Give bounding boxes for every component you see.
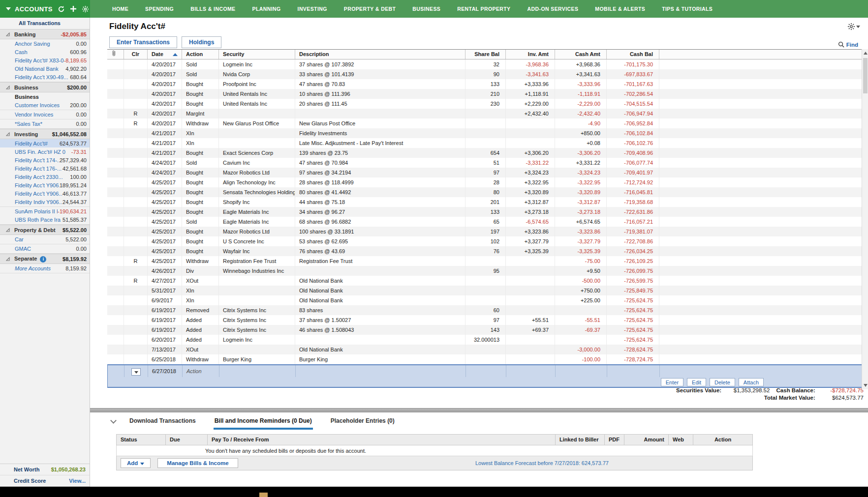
transaction-row[interactable]: 4/20/2017BoughtProofpoint Inc47 shares @…: [107, 79, 864, 89]
section-collapse-icon[interactable]: [6, 228, 10, 232]
nav-item-property-debt[interactable]: PROPERTY & DEBT: [336, 6, 404, 12]
transaction-row[interactable]: 4/21/2017XInLate Misc. Adjkustment - Lat…: [107, 138, 864, 148]
sidebar-item-fidelity-acc-t[interactable]: Fidelity Acc't#624,573.77: [0, 139, 90, 147]
transaction-row[interactable]: 6/19/2017AddedCitrix Systems Inc46 share…: [107, 325, 864, 335]
lowest-balance-forecast-link[interactable]: Lowest Balance Forecast before 7/27/2018…: [475, 460, 609, 466]
transaction-row[interactable]: 4/26/2017DivWinnebago Industries Inc95+9…: [107, 266, 864, 276]
tab-placeholder-entries-0[interactable]: Placeholder Entries (0): [330, 413, 396, 430]
taskbar-item[interactable]: [259, 493, 268, 497]
transaction-row[interactable]: 4/25/2017BoughtEagle Materials Inc34 sha…: [107, 207, 864, 217]
transaction-row[interactable]: R4/27/2017XOutOld National Bank-500.00-7…: [107, 276, 864, 286]
delete-button[interactable]: Delete: [710, 378, 735, 386]
sidebar-item-vendor-invoices[interactable]: Vendor Invoices0.00: [0, 110, 90, 119]
sidebar-item-business[interactable]: Business: [0, 92, 90, 101]
sidebar-item-fidelity-acc-t-174[interactable]: Fidelity Acc't 174-...257,329.40: [0, 156, 90, 164]
sidebar-item-fidelity-acc-t-y906[interactable]: Fidelity Acc't Y906...46,613.77: [0, 189, 90, 198]
action-column-header[interactable]: Action: [182, 50, 219, 59]
refresh-icon[interactable]: [58, 5, 65, 13]
clr-dropdown[interactable]: [131, 368, 141, 376]
section-collapse-icon[interactable]: [6, 132, 10, 136]
sidebar-item-fidelity-acc-t-2330[interactable]: Fidelity Acc't 2330...100.00: [0, 173, 90, 181]
sidebar-item-cash[interactable]: Cash600.96: [0, 48, 90, 56]
linked-biller-column-header[interactable]: Linked to Biller: [556, 435, 605, 445]
transaction-row[interactable]: 4/25/2017BoughtU S Concrete Inc53 shares…: [107, 236, 864, 246]
pdf-column-header[interactable]: PDF: [605, 435, 624, 445]
sidebar-item-old-national-bank[interactable]: Old National Bank4,902.20: [0, 64, 90, 73]
new-action-cell[interactable]: Action: [183, 365, 219, 377]
accounts-dropdown-icon[interactable]: [6, 7, 11, 10]
nav-item-business[interactable]: BUSINESS: [404, 6, 449, 12]
accounts-bar[interactable]: ACCOUNTS: [0, 0, 90, 18]
description-column-header[interactable]: Description: [295, 50, 465, 59]
clr-column-header[interactable]: Clr: [124, 50, 148, 59]
tab-download-transactions[interactable]: Download Transactions: [128, 413, 197, 430]
sidebar-item-ubs-fin-acc-t-hz-0[interactable]: UBS Fin. Acc't# HZ 0-73.31: [0, 147, 90, 156]
sidebar-item-fidelity-acc-t-176[interactable]: Fidelity Acc't 176-...42,561.68: [0, 164, 90, 173]
transaction-row[interactable]: 4/25/2017BoughtSensata Technologies Hold…: [107, 187, 864, 197]
transaction-row[interactable]: 6/19/2017AddedCitrix Systems Inc37 share…: [107, 315, 864, 325]
status-column-header[interactable]: Status: [117, 435, 166, 445]
nav-item-investing[interactable]: INVESTING: [289, 6, 336, 12]
net-worth-row[interactable]: Net Worth $1,050,268.23: [0, 464, 90, 475]
sidebar-item-customer-invoices[interactable]: Customer Invoices200.00: [0, 101, 90, 110]
vertical-scrollbar[interactable]: [862, 49, 868, 389]
sidebar-item-ubs-roth-pace-ira[interactable]: UBS Roth Pace Ira ...51,585.37: [0, 215, 90, 225]
transaction-row[interactable]: 6/9/2017XInOld National Bank+225.00-725,…: [107, 295, 864, 305]
sidebar-item-sales-tax[interactable]: *Sales Tax*0.00: [0, 119, 90, 129]
due-column-header[interactable]: Due: [166, 435, 208, 445]
web-column-header[interactable]: Web: [669, 435, 693, 445]
sidebar-item-fidelity-acc-t-y906[interactable]: Fidelity Acc't Y906...189,951.24: [0, 181, 90, 189]
transaction-row[interactable]: 4/20/2017SoldLogmein Inc37 shares @ 107.…: [107, 59, 864, 69]
new-date-cell[interactable]: 6/27/2018: [148, 365, 183, 377]
add-bill-button[interactable]: Add: [121, 458, 151, 468]
transaction-row[interactable]: 4/21/2017BoughtExact Sciences Corp139 sh…: [107, 148, 864, 158]
transaction-row[interactable]: 7/13/2017XOutOld National Bank-3,000.00-…: [107, 345, 864, 354]
nav-item-rental-property[interactable]: RENTAL PROPERTY: [449, 6, 519, 12]
section-collapse-icon[interactable]: [6, 257, 10, 261]
transaction-row[interactable]: 4/25/2017BoughtWayfair Inc76 shares @ 43…: [107, 246, 864, 256]
tab-bill-and-income-reminders-0-due[interactable]: Bill and Income Reminders (0 Due): [214, 413, 313, 430]
sidebar-section-investing[interactable]: Investing$1,046,552.08: [0, 129, 90, 139]
nav-item-tips-tutorials[interactable]: TIPS & TUTORIALS: [653, 6, 721, 12]
transaction-row[interactable]: R4/20/2017MargInt+2,432.40-2,432.40-706,…: [107, 109, 864, 118]
enter-transactions-button[interactable]: Enter Transactions: [109, 36, 177, 48]
amount-column-header[interactable]: Amount: [624, 435, 669, 445]
manage-bills-button[interactable]: Manage Bills & Income: [157, 458, 238, 468]
transaction-row[interactable]: 4/24/2017BoughtMazor Robotics Ltd97 shar…: [107, 168, 864, 177]
nav-item-add-on-services[interactable]: ADD-ON SERVICES: [519, 6, 587, 12]
sidebar-section-separate[interactable]: Separatei$8,159.92: [0, 254, 90, 264]
add-account-icon[interactable]: [70, 5, 77, 12]
transaction-row[interactable]: 4/20/2017BoughtUnited Rentals Inc10 shar…: [107, 89, 864, 99]
inv-amt-column-header[interactable]: Inv. Amt: [506, 50, 555, 59]
panel-splitter[interactable]: [90, 408, 868, 412]
nav-item-home[interactable]: HOME: [104, 6, 137, 12]
accounts-settings-icon[interactable]: [82, 5, 89, 13]
security-column-header[interactable]: Security: [219, 50, 295, 59]
scroll-up-icon[interactable]: [864, 52, 868, 55]
edit-button[interactable]: Edit: [687, 378, 706, 386]
sidebar-item-fidelity-indiv-y906[interactable]: Fidelity Indiv Y906...24,544.37: [0, 198, 90, 207]
section-collapse-icon[interactable]: [6, 86, 10, 89]
transaction-row[interactable]: 5/31/2017XInOld National Bank+750.00-725…: [107, 286, 864, 295]
nav-item-mobile-alerts[interactable]: MOBILE & ALERTS: [587, 6, 653, 12]
attach-button[interactable]: Attach: [739, 378, 764, 386]
scroll-down-icon[interactable]: [864, 384, 868, 387]
payto-column-header[interactable]: Pay To / Receive From: [208, 435, 556, 445]
register-settings-icon[interactable]: [847, 23, 860, 30]
attachment-column-header[interactable]: [107, 50, 124, 59]
transaction-row[interactable]: 4/25/2017BoughtShopify Inc44 shares @ 75…: [107, 197, 864, 207]
holdings-button[interactable]: Holdings: [182, 36, 221, 48]
transaction-row[interactable]: 6/20/2017AddedLogmein Inc32.000013-725,6…: [107, 335, 864, 345]
action-column-header-bills[interactable]: Action: [693, 435, 752, 445]
transaction-row[interactable]: 4/21/2017XInFidelity Investments+850.00-…: [107, 128, 864, 138]
sidebar-item-anchor-saving[interactable]: Anchor Saving0.00: [0, 39, 90, 48]
transaction-row[interactable]: R4/20/2017WithdrawNew Glarus Post Office…: [107, 118, 864, 128]
transaction-row[interactable]: 6/25/2018WithdrawBurger KingBurger King-…: [107, 354, 864, 364]
transaction-row[interactable]: 4/25/2017BoughtAlign Techonology Inc28 s…: [107, 177, 864, 187]
credit-score-row[interactable]: Credit Score View...: [0, 475, 90, 487]
cash-amt-column-header[interactable]: Cash Amt: [555, 50, 607, 59]
sidebar-item-all-transactions[interactable]: All Transactions: [0, 18, 90, 29]
nav-item-spending[interactable]: SPENDING: [137, 6, 182, 12]
sidebar-item-more-accounts[interactable]: More Accounts8,159.92: [0, 264, 90, 273]
date-column-header[interactable]: Date: [148, 50, 182, 59]
